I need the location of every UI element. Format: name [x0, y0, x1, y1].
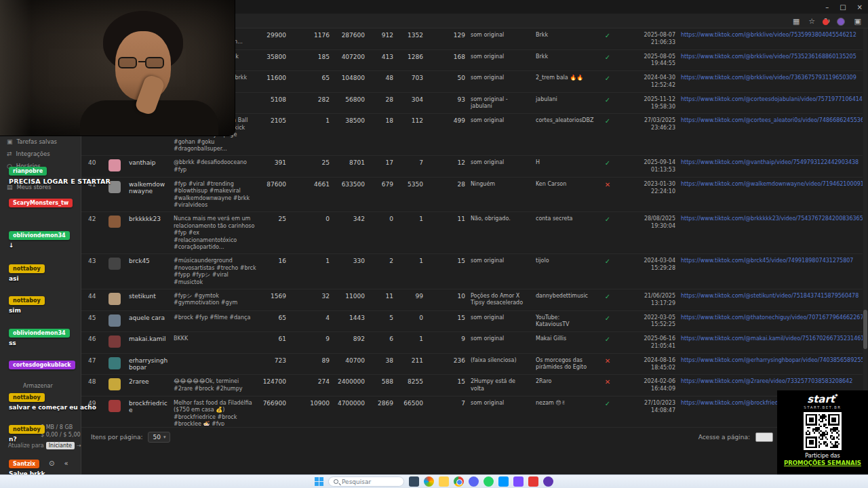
- metric-4-cell: 2869: [368, 400, 396, 407]
- video-url-link[interactable]: https://www.tiktok.com/@2raree/video/733…: [678, 378, 863, 384]
- chat-message-text: asi: [9, 275, 45, 282]
- video-url-link[interactable]: https://www.tiktok.com/@walkemdownwayne/…: [678, 181, 863, 187]
- table-row[interactable]: 41 walkemdownwayne #fyp #viral #trending…: [81, 178, 863, 213]
- start-button[interactable]: [315, 477, 323, 486]
- chat-username-badge[interactable]: obliviondemon34: [9, 329, 70, 338]
- star-icon[interactable]: ☆: [808, 17, 815, 26]
- description-cell: Melhor fast food da Filadélfia ($750 em …: [171, 400, 259, 426]
- description-cell: @bbrkk #desafiodooceano #fyp: [171, 159, 259, 174]
- items-per-page-select[interactable]: 50 ▾: [148, 432, 170, 443]
- chat-username-badge[interactable]: obliviondemon34: [9, 231, 70, 240]
- status-icon: ✕: [595, 181, 620, 188]
- chat-username-badge[interactable]: nottaboy: [9, 264, 45, 273]
- metric-1-cell: 16: [259, 258, 289, 264]
- video-url-link[interactable]: https://www.tiktok.com/@thatonechiguy/vi…: [678, 314, 863, 321]
- history-icon[interactable]: ⊙: [49, 460, 54, 467]
- metric-4-cell: 11: [368, 293, 396, 300]
- integrations-icon: ⇄: [7, 150, 12, 157]
- table-row[interactable]: 48 2raree 😂😂😂😂😂Ok, terminei #2rare #broc…: [81, 375, 863, 396]
- chat-username-badge[interactable]: cortesdogokublack: [9, 361, 75, 369]
- video-url-link[interactable]: https://www.tiktok.com/@makai.kamil/vide…: [678, 336, 863, 342]
- table-row[interactable]: 40 vanthaip @bbrkk #desafiodooceano #fyp…: [81, 156, 863, 178]
- table-row[interactable]: 47 erharrysinghbopar 723 89 40700 38 211…: [81, 354, 863, 375]
- app-red-icon[interactable]: [528, 476, 538, 487]
- record-dot-icon[interactable]: [823, 19, 829, 25]
- taskbar-search[interactable]: Pesquisar: [328, 476, 404, 487]
- video-url-link[interactable]: https://www.tiktok.com/@brkkkkk23/video/…: [678, 216, 863, 222]
- copilot-icon[interactable]: [424, 476, 434, 487]
- metric-3-cell: 11000: [332, 293, 368, 300]
- table-row[interactable]: 42 brkkkkk23 Nunca mais me verá em um re…: [81, 212, 863, 254]
- app-purple-icon[interactable]: [513, 476, 524, 487]
- table-footer: Itens por página: 50 ▾ Acesse a página:: [81, 427, 868, 446]
- row-number: 48: [85, 378, 103, 385]
- date-cell: 2025-06-1621:05:41: [620, 336, 678, 350]
- sidebar-item-tarefas-salvas[interactable]: ▣ Tarefas salvas: [7, 138, 57, 145]
- table-row[interactable]: 46 makai.kamil BKKK 61 9 892 6 1 9 som o…: [81, 332, 863, 354]
- collapse-sidebar-icon[interactable]: «: [64, 460, 68, 467]
- shield-icon[interactable]: [543, 476, 553, 487]
- panels-icon[interactable]: ▦: [793, 17, 800, 26]
- metric-6-cell: 499: [426, 117, 468, 124]
- upgrade-row[interactable]: Atualize paraIniciante→: [8, 442, 81, 449]
- table-row[interactable]: 44 stetikunt #fypシ #gymtok #gymmotivatio…: [81, 289, 863, 311]
- video-url-link[interactable]: https://www.tiktok.com/@corteesdojabulan…: [678, 96, 863, 102]
- chrome-icon[interactable]: [454, 476, 464, 487]
- video-url-link[interactable]: https://www.tiktok.com/@brkklive/video/7…: [678, 54, 863, 60]
- video-url-link[interactable]: https://www.tiktok.com/@brkklive/video/7…: [678, 32, 863, 38]
- chat-username-badge[interactable]: Santzix: [9, 460, 39, 468]
- video-url-link[interactable]: https://www.tiktok.com/@erharrysinghbopa…: [678, 357, 863, 363]
- date-cell: 27/03/202523:46:23: [620, 117, 678, 132]
- status-icon: ✓: [595, 32, 620, 39]
- saved-tasks-icon: ▣: [7, 138, 13, 145]
- video-url-link[interactable]: https://www.tiktok.com/@brkklive/video/7…: [678, 75, 863, 81]
- minimize-icon[interactable]: –: [825, 3, 829, 11]
- metric-6-cell: 15: [426, 378, 468, 385]
- video-url-link[interactable]: https://www.tiktok.com/@stetikunt/video/…: [678, 293, 863, 299]
- date-cell: 2025-09-1401:13:53: [620, 159, 678, 174]
- scrollbar-thumb[interactable]: [863, 310, 867, 349]
- chat-message-text: salvar e começar eu acho: [9, 404, 96, 411]
- metric-4-cell: 2: [368, 258, 396, 264]
- metric-2-cell: 65: [289, 75, 332, 81]
- whatsapp-icon[interactable]: [484, 476, 494, 487]
- close-icon[interactable]: ×: [857, 3, 863, 11]
- items-per-page-value: 50: [153, 434, 160, 441]
- discord-icon[interactable]: [469, 476, 479, 487]
- chat-username-badge[interactable]: nottaboy: [9, 425, 45, 434]
- table-row[interactable]: 49 brockfriedrice Melhor fast food da Fi…: [81, 396, 863, 426]
- vscode-icon[interactable]: [498, 476, 509, 487]
- task-view-icon[interactable]: [409, 476, 419, 487]
- video-url-link[interactable]: https://www.tiktok.com/@vanthaip/video/7…: [678, 159, 863, 165]
- maximize-icon[interactable]: □: [840, 3, 846, 11]
- sidebar-item-integracoes[interactable]: ⇄ Integrações: [7, 150, 50, 157]
- avatar-cell: [103, 336, 126, 348]
- profile-avatar[interactable]: [837, 18, 845, 26]
- grid-icon[interactable]: ▣: [854, 17, 861, 26]
- chat-username-badge[interactable]: nottaboy: [9, 393, 45, 402]
- folder-icon[interactable]: [439, 476, 449, 487]
- video-url-link[interactable]: https://www.tiktok.com/@brck45/video/749…: [678, 258, 863, 264]
- betting-ad-banner[interactable]: start* START.BET.BR Participe das PROMOÇ…: [777, 390, 868, 474]
- chat-username-badge[interactable]: ScaryMonsters_tw: [9, 199, 73, 207]
- row-number: 45: [85, 314, 103, 321]
- video-url-link[interactable]: https://www.tiktok.com/@cortees_aleatori…: [678, 117, 863, 123]
- metric-5-cell: 1352: [396, 32, 426, 39]
- description-cell: #brock #fyp #filme #dança: [171, 314, 259, 321]
- page-input[interactable]: [755, 432, 773, 442]
- chat-username-badge[interactable]: nottaboy: [9, 296, 45, 305]
- chat-message: nottaboy n?: [9, 421, 45, 443]
- chat-username-badge[interactable]: rianpobre: [9, 167, 47, 176]
- metric-5-cell: 703: [396, 75, 426, 81]
- date-cell: 2024-08-1618:45:02: [620, 357, 678, 372]
- metric-4-cell: 912: [368, 32, 396, 39]
- metric-4-cell: 0: [368, 216, 396, 222]
- username-cell: vanthaip: [126, 159, 171, 166]
- metric-3-cell: 8701: [332, 159, 368, 166]
- creator-cell: conta secreta: [533, 216, 595, 222]
- table-row[interactable]: 45 aquele cara #brock #fyp #filme #dança…: [81, 311, 863, 333]
- table-row[interactable]: 43 brck45 #músicaunderground #novosartis…: [81, 254, 863, 289]
- username-cell: 2raree: [126, 378, 171, 385]
- metric-5-cell: 0: [396, 314, 426, 321]
- metric-1-cell: 87600: [259, 181, 289, 188]
